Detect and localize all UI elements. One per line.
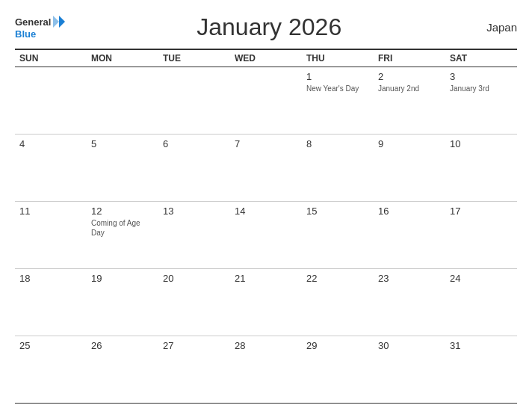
day-event: Coming of Age Day <box>91 218 154 238</box>
logo: General Blue <box>15 15 66 40</box>
day-cell-1-2 <box>87 67 158 134</box>
day-number: 13 <box>163 206 226 217</box>
day-cell-5-4: 28 <box>230 336 302 403</box>
day-number: 25 <box>19 340 82 351</box>
day-cell-3-6: 16 <box>374 202 445 268</box>
day-number: 20 <box>163 273 226 284</box>
day-number: 24 <box>450 273 513 284</box>
day-cell-1-6: 2January 2nd <box>374 67 445 134</box>
day-number: 12 <box>91 206 154 217</box>
day-number: 17 <box>450 206 513 217</box>
day-number: 23 <box>378 273 441 284</box>
day-cell-3-7: 17 <box>445 202 517 268</box>
day-number: 29 <box>306 340 369 351</box>
day-header-sun: SUN <box>15 50 87 67</box>
week-row-1: 1New Year's Day2January 2nd3January 3rd <box>15 67 517 135</box>
day-cell-2-6: 9 <box>374 135 445 201</box>
day-number: 28 <box>235 340 297 351</box>
calendar-header: General Blue January 2026 Japan <box>15 13 517 41</box>
week-row-4: 18192021222324 <box>15 269 517 336</box>
svg-marker-0 <box>59 16 65 28</box>
day-cell-5-7: 31 <box>445 336 517 403</box>
day-header-wed: WED <box>230 50 302 67</box>
day-cell-1-4 <box>230 67 302 134</box>
calendar-title: January 2026 <box>66 13 472 41</box>
day-cell-4-1: 18 <box>15 269 87 336</box>
day-header-tue: TUE <box>158 50 230 67</box>
day-cell-1-3 <box>158 67 230 134</box>
day-cell-1-5: 1New Year's Day <box>302 67 374 134</box>
day-header-sat: SAT <box>445 50 517 67</box>
days-header-row: SUN MON TUE WED THU FRI SAT <box>15 50 517 67</box>
day-cell-4-5: 22 <box>302 269 374 336</box>
calendar-weeks: 1New Year's Day2January 2nd3January 3rd4… <box>15 67 517 404</box>
day-cell-5-5: 29 <box>302 336 374 403</box>
day-cell-5-1: 25 <box>15 336 87 403</box>
calendar-grid: SUN MON TUE WED THU FRI SAT 1New Year's … <box>15 49 517 404</box>
day-number: 14 <box>235 206 297 217</box>
day-cell-2-7: 10 <box>445 135 517 201</box>
day-event: January 3rd <box>450 84 513 93</box>
day-cell-3-2: 12Coming of Age Day <box>87 202 158 268</box>
day-number: 19 <box>91 273 154 284</box>
day-cell-5-2: 26 <box>87 336 158 403</box>
day-cell-2-1: 4 <box>15 135 87 201</box>
day-number: 21 <box>235 273 297 284</box>
day-number: 8 <box>306 138 369 149</box>
day-number: 22 <box>306 273 369 284</box>
week-row-3: 1112Coming of Age Day1314151617 <box>15 202 517 269</box>
day-cell-4-7: 24 <box>445 269 517 336</box>
day-cell-2-4: 7 <box>230 135 302 201</box>
day-cell-3-1: 11 <box>15 202 87 268</box>
day-number: 9 <box>378 138 441 149</box>
day-event: January 2nd <box>378 84 441 93</box>
day-number: 10 <box>450 138 513 149</box>
day-cell-1-7: 3January 3rd <box>445 67 517 134</box>
day-cell-4-4: 21 <box>230 269 302 336</box>
day-number: 2 <box>378 71 441 82</box>
day-number: 27 <box>163 340 226 351</box>
day-cell-3-3: 13 <box>158 202 230 268</box>
svg-marker-1 <box>53 16 59 28</box>
day-number: 30 <box>378 340 441 351</box>
calendar-container: General Blue January 2026 Japan SUN MON … <box>0 0 532 411</box>
day-cell-5-3: 27 <box>158 336 230 403</box>
day-number: 11 <box>19 206 82 217</box>
day-number: 31 <box>450 340 513 351</box>
day-event: New Year's Day <box>306 84 369 93</box>
day-number: 3 <box>450 71 513 82</box>
day-number: 7 <box>235 138 297 149</box>
logo-general-text: General <box>15 16 51 28</box>
day-cell-2-2: 5 <box>87 135 158 201</box>
day-number: 1 <box>306 71 369 82</box>
day-number: 5 <box>91 138 154 149</box>
day-header-thu: THU <box>302 50 374 67</box>
day-number: 4 <box>19 138 82 149</box>
day-number: 6 <box>163 138 226 149</box>
calendar-country: Japan <box>472 21 517 34</box>
day-number: 15 <box>306 206 369 217</box>
day-number: 18 <box>19 273 82 284</box>
day-cell-1-1 <box>15 67 87 134</box>
day-header-fri: FRI <box>374 50 445 67</box>
day-number: 16 <box>378 206 441 217</box>
week-row-2: 45678910 <box>15 135 517 202</box>
day-header-mon: MON <box>87 50 158 67</box>
day-cell-2-3: 6 <box>158 135 230 201</box>
logo-text: General <box>15 15 66 28</box>
day-cell-4-3: 20 <box>158 269 230 336</box>
day-cell-3-5: 15 <box>302 202 374 268</box>
day-cell-3-4: 14 <box>230 202 302 268</box>
day-cell-2-5: 8 <box>302 135 374 201</box>
day-cell-4-2: 19 <box>87 269 158 336</box>
logo-blue-text: Blue <box>15 28 36 40</box>
week-row-5: 25262728293031 <box>15 336 517 404</box>
logo-flag-icon <box>52 15 66 28</box>
day-cell-5-6: 30 <box>374 336 445 403</box>
day-cell-4-6: 23 <box>374 269 445 336</box>
day-number: 26 <box>91 340 154 351</box>
